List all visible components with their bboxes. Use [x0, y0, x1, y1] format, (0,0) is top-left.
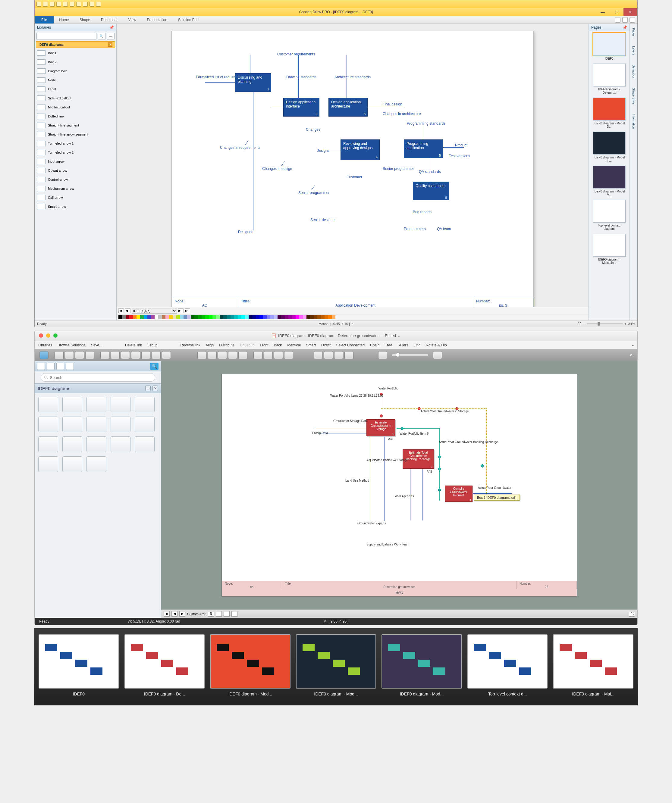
color-swatch[interactable] [328, 315, 332, 319]
color-swatch[interactable] [166, 315, 169, 319]
library-shape[interactable] [38, 456, 58, 472]
activity-box[interactable]: Design application interface2 [283, 98, 319, 117]
library-shape[interactable] [135, 397, 155, 412]
library-item[interactable]: Dotted line [36, 112, 115, 121]
maximize-button[interactable]: ▢ [610, 8, 623, 16]
color-swatch[interactable] [241, 315, 245, 319]
library-item[interactable]: Box 1 [36, 49, 115, 57]
color-swatch[interactable] [332, 315, 335, 319]
minimize-button[interactable]: — [596, 8, 610, 16]
view-mode[interactable] [216, 611, 222, 616]
arrow-style[interactable] [228, 351, 237, 359]
menu-item[interactable]: Chain [370, 343, 379, 347]
close-button[interactable] [39, 333, 43, 338]
sidetab-behaviour[interactable]: Behaviour [632, 63, 635, 80]
library-shape[interactable] [86, 436, 106, 452]
hand-tool[interactable] [324, 351, 333, 359]
library-shape[interactable] [62, 456, 82, 472]
pin-icon[interactable]: 📌 [623, 25, 627, 29]
align-tool[interactable] [254, 351, 262, 359]
connector-tool[interactable] [162, 351, 171, 359]
color-swatch[interactable] [212, 315, 216, 319]
library-shape[interactable] [38, 397, 58, 412]
library-category-header[interactable]: IDEF0 diagrams × [36, 41, 115, 48]
eyedropper-tool[interactable] [345, 351, 353, 359]
ribbon-tab[interactable]: Home [54, 16, 74, 23]
color-swatch[interactable] [299, 315, 303, 319]
zoom-fit-icon[interactable]: ⛶ [578, 322, 581, 326]
color-swatch[interactable] [263, 315, 267, 319]
arrow-style[interactable] [238, 351, 247, 359]
menu-item[interactable]: Grid [413, 343, 420, 347]
color-swatch[interactable] [126, 315, 129, 319]
library-search-input[interactable] [36, 33, 96, 39]
zoom-in-button[interactable] [433, 351, 442, 359]
menu-item[interactable]: UnGroup [240, 343, 255, 347]
menu-item[interactable]: Align [206, 343, 214, 347]
menu-item[interactable]: Reverse link [181, 343, 200, 347]
color-swatch[interactable] [191, 315, 194, 319]
color-swatch[interactable] [119, 315, 122, 319]
color-swatch[interactable] [306, 315, 310, 319]
library-item[interactable]: Control arrow [36, 175, 115, 184]
activity-box[interactable]: Design application architecture3 [329, 98, 368, 117]
tab-pause[interactable]: ⏸ [164, 611, 170, 616]
gallery-item[interactable]: IDEF0 diagram - Mod... [210, 634, 291, 696]
menu-item[interactable]: Rulers [398, 343, 408, 347]
color-swatch[interactable] [317, 315, 321, 319]
color-swatch[interactable] [292, 315, 296, 319]
color-swatch[interactable] [147, 315, 151, 319]
lib-view-button[interactable] [37, 362, 45, 370]
ribbon-tool[interactable] [622, 17, 628, 23]
library-item[interactable]: Diagram box [36, 67, 115, 76]
menu-item[interactable]: Browse Solutions [57, 343, 86, 347]
library-item[interactable]: Node [36, 76, 115, 85]
print-tool[interactable] [334, 351, 343, 359]
zoom-out-icon[interactable]: − [583, 322, 585, 326]
minimize-button[interactable] [46, 333, 50, 338]
help-icon[interactable] [630, 17, 635, 23]
text-tool[interactable] [85, 351, 94, 359]
gallery-item[interactable]: Top-level context d... [467, 634, 548, 696]
menu-item[interactable]: Direct [321, 343, 330, 347]
library-item[interactable]: Label [36, 85, 115, 94]
color-swatch[interactable] [140, 315, 144, 319]
connector-tool[interactable] [151, 351, 161, 359]
menu-item[interactable]: Group [147, 343, 157, 347]
lib-view-button[interactable] [56, 362, 64, 370]
qat-item[interactable] [83, 2, 88, 7]
connector-tool[interactable] [142, 351, 150, 359]
library-shape[interactable] [86, 416, 106, 432]
color-swatch[interactable] [151, 315, 155, 319]
activity-box[interactable]: Reviewing and approving designs4 [340, 140, 380, 160]
color-swatch[interactable] [259, 315, 263, 319]
qat-item[interactable] [89, 2, 94, 7]
menu-item[interactable]: Identical [287, 343, 301, 347]
menu-item[interactable]: Delete link [125, 343, 142, 347]
qat-item[interactable] [96, 2, 101, 7]
sidetab-information[interactable]: Information [632, 112, 635, 131]
line-tool[interactable] [75, 351, 84, 359]
qat-item[interactable] [50, 2, 55, 7]
fullscreen-button[interactable] [53, 333, 57, 338]
ribbon-tool[interactable] [615, 17, 620, 23]
color-swatch[interactable] [129, 315, 133, 319]
color-swatch[interactable] [172, 315, 176, 319]
arrow-style[interactable] [197, 351, 207, 359]
qat-item[interactable] [76, 2, 81, 7]
color-swatch[interactable] [187, 315, 191, 319]
ribbon-tab[interactable]: Presentation [142, 16, 172, 23]
tab-nav-prev[interactable]: ◀ [125, 309, 130, 313]
search-icon[interactable]: 🔍 [150, 362, 158, 370]
color-swatch[interactable] [321, 315, 325, 319]
color-swatch[interactable] [281, 315, 285, 319]
activity-box[interactable]: Estimate Groundwater in Storage1 [366, 419, 395, 436]
color-swatch[interactable] [220, 315, 223, 319]
color-swatch[interactable] [296, 315, 299, 319]
color-swatch[interactable] [158, 315, 162, 319]
library-item[interactable]: Input arrow [36, 157, 115, 166]
lib-view-button[interactable] [66, 362, 74, 370]
qat-item[interactable] [36, 2, 41, 7]
activity-box[interactable]: Compile Groundwater Informat3 [445, 486, 472, 502]
library-item[interactable]: Tunneled arrow 1 [36, 139, 115, 148]
